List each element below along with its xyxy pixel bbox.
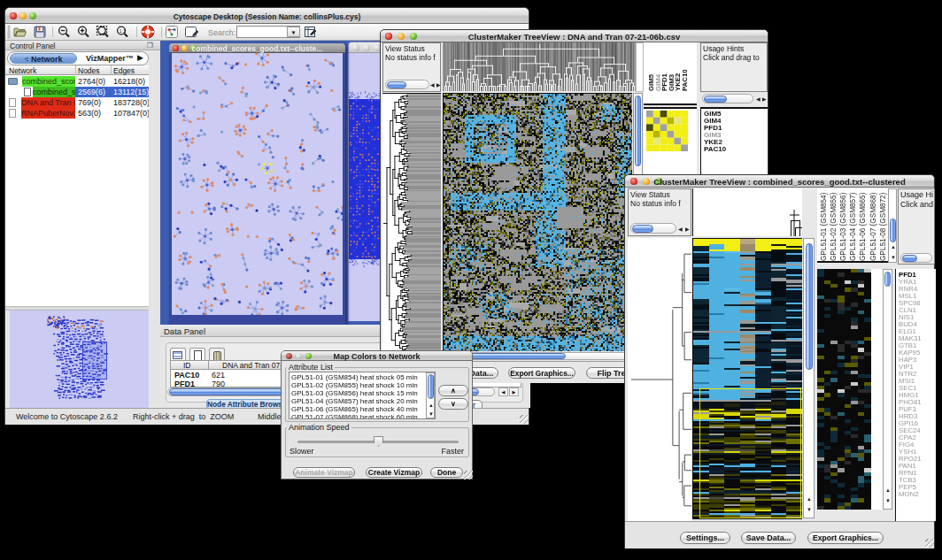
svg-text:1:1: 1:1 [119,28,126,34]
